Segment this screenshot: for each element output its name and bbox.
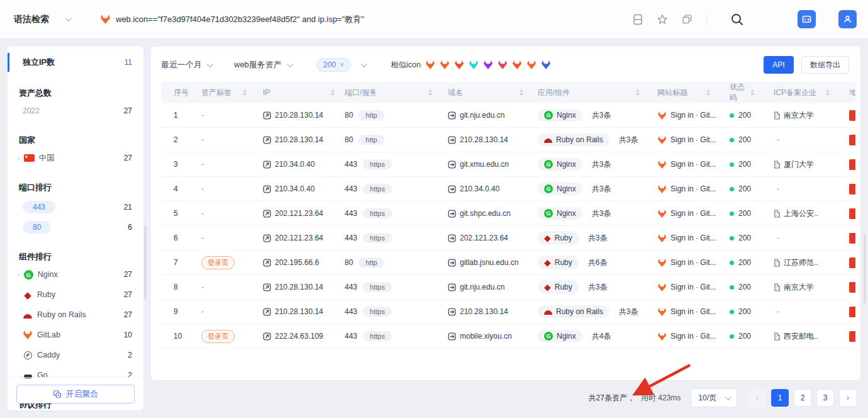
region-flag-thumbnail[interactable]: [849, 135, 855, 145]
gitlab-tanuki-icon[interactable]: [512, 60, 522, 70]
enable-aggregation-button[interactable]: 开启聚合: [16, 385, 135, 404]
domain-link-icon[interactable]: [448, 308, 456, 316]
chevron-down-icon[interactable]: [361, 61, 367, 67]
remove-tag-icon[interactable]: ×: [340, 60, 344, 69]
domain-name[interactable]: git.nju.edu.cn: [460, 111, 504, 120]
region-flag-thumbnail[interactable]: [849, 184, 855, 195]
port-number[interactable]: 443: [345, 332, 357, 341]
sort-icon[interactable]: [826, 89, 830, 96]
region-flag-thumbnail[interactable]: [849, 233, 855, 244]
open-link-icon[interactable]: [263, 332, 271, 341]
page-scrollbar[interactable]: [864, 234, 866, 303]
domain-link-icon[interactable]: [448, 210, 456, 218]
page-size-dropdown[interactable]: 10/页: [691, 388, 737, 407]
expand-arrow-icon[interactable]: ›: [18, 271, 20, 278]
site-title[interactable]: Sign in · Git...: [670, 209, 716, 218]
domain-name[interactable]: 210.34.0.40: [460, 184, 499, 193]
icp-company[interactable]: 上海公安..: [784, 208, 818, 219]
ip-address[interactable]: 202.195.66.6: [275, 258, 319, 267]
component-badge[interactable]: Ruby: [538, 280, 579, 294]
domain-name[interactable]: 210.28.130.14: [460, 135, 508, 144]
sidebar-item-gitlab[interactable]: GitLab 10: [8, 327, 143, 343]
port-number[interactable]: 80: [345, 135, 353, 144]
site-title[interactable]: Sign in · Git...: [670, 283, 716, 291]
search-mode-select[interactable]: 语法检索: [14, 14, 70, 25]
time-range-dropdown[interactable]: 最近一个月: [161, 59, 211, 71]
sidebar-item-port-443[interactable]: 443 21: [8, 199, 143, 215]
region-flag-thumbnail[interactable]: [849, 159, 855, 170]
component-badge[interactable]: Nginx: [538, 183, 582, 195]
table-row[interactable]: 9 - 210.28.130.14 443 https: [161, 300, 855, 324]
ip-address[interactable]: 210.28.130.14: [275, 111, 323, 120]
open-link-icon[interactable]: [263, 210, 271, 218]
port-number[interactable]: 443: [345, 160, 357, 169]
gitlab-tanuki-icon[interactable]: [469, 60, 479, 70]
table-row[interactable]: 8 - 210.28.130.14 443 https: [161, 275, 855, 300]
profile-button[interactable]: [838, 10, 857, 28]
site-title[interactable]: Sign in · Git...: [670, 160, 716, 169]
site-title[interactable]: Sign in · Git...: [670, 234, 716, 242]
component-badge[interactable]: Ruby: [538, 231, 579, 245]
component-badge[interactable]: Ruby on Rails: [538, 305, 609, 318]
ip-address[interactable]: 210.34.0.40: [275, 184, 314, 193]
open-link-icon[interactable]: [263, 136, 271, 144]
ip-address[interactable]: 210.28.130.14: [275, 283, 323, 291]
gitlab-tanuki-icon[interactable]: [425, 60, 435, 70]
sort-icon[interactable]: [428, 89, 432, 96]
page-number-button[interactable]: 3: [816, 389, 834, 407]
star-icon[interactable]: [657, 14, 668, 25]
notebook-icon[interactable]: [633, 14, 643, 25]
component-badge[interactable]: Nginx: [538, 158, 582, 171]
table-row[interactable]: 10 登录页 222.24.63.109 443 https: [161, 324, 855, 349]
table-row[interactable]: 2 - 210.28.130.14 80 http: [161, 128, 855, 152]
icp-company[interactable]: 西安邮电..: [784, 331, 818, 342]
sort-icon[interactable]: [636, 89, 640, 96]
domain-link-icon[interactable]: [448, 283, 456, 291]
sidebar-item-nginx[interactable]: › G Nginx 27: [8, 266, 143, 283]
domain-link-icon[interactable]: [448, 234, 456, 242]
region-flag-thumbnail[interactable]: [849, 110, 855, 121]
search-bar[interactable]: web.icon=="f7e3d97f404e71d302b3239eef48d…: [100, 14, 633, 25]
table-row[interactable]: 6 - 202.121.23.64 443 https: [161, 226, 855, 251]
domain-link-icon[interactable]: [448, 161, 456, 169]
domain-link-icon[interactable]: [448, 332, 456, 341]
page-number-button[interactable]: 1: [771, 389, 789, 407]
gitlab-tanuki-icon[interactable]: [483, 60, 493, 70]
table-row[interactable]: 7 登录页 202.195.66.6 80 http: [161, 251, 855, 275]
domain-link-icon[interactable]: [448, 111, 456, 120]
domain-link-icon[interactable]: [448, 185, 456, 193]
search-query-input[interactable]: web.icon=="f7e3d97f404e71d302b3239eef48d…: [116, 14, 364, 25]
open-link-icon[interactable]: [263, 185, 271, 193]
port-number[interactable]: 443: [345, 209, 357, 218]
component-badge[interactable]: Nginx: [538, 109, 582, 121]
site-title[interactable]: Sign in · Git...: [670, 184, 716, 193]
port-number[interactable]: 80: [345, 111, 353, 120]
port-number[interactable]: 443: [345, 184, 357, 193]
sidebar-item-port-80[interactable]: 80 6: [8, 219, 143, 235]
sidebar-item-independent-ip[interactable]: 独立IP数 11: [8, 53, 143, 72]
gitlab-tanuki-icon[interactable]: [440, 60, 450, 70]
ip-address[interactable]: 210.28.130.14: [275, 135, 323, 144]
asset-type-dropdown[interactable]: web服务资产: [234, 59, 291, 71]
port-number[interactable]: 80: [345, 258, 353, 267]
icp-company[interactable]: 南京大学: [784, 110, 814, 121]
ip-address[interactable]: 210.34.0.40: [275, 160, 314, 169]
search-icon[interactable]: [730, 12, 745, 27]
open-link-icon[interactable]: [263, 283, 271, 291]
sidebar-scrollbar[interactable]: [144, 225, 147, 300]
port-number[interactable]: 443: [345, 307, 357, 316]
site-title[interactable]: Sign in · Git...: [670, 258, 716, 267]
sidebar-item-https[interactable]: https 21: [8, 414, 143, 418]
idcard-button[interactable]: [798, 10, 816, 28]
sidebar-item-ruby-on-rails[interactable]: Ruby on Rails 27: [8, 307, 143, 323]
domain-name[interactable]: git.xmu.edu.cn: [460, 160, 509, 169]
open-link-icon[interactable]: [263, 161, 271, 169]
region-flag-thumbnail[interactable]: [849, 257, 855, 268]
port-number[interactable]: 443: [345, 283, 357, 291]
sidebar-item-china[interactable]: › 中国 27: [8, 150, 143, 166]
api-button[interactable]: API: [764, 56, 794, 74]
component-badge[interactable]: Ruby on Rails: [538, 133, 609, 146]
table-row[interactable]: 4 - 210.34.0.40 443 https: [161, 177, 855, 201]
region-flag-thumbnail[interactable]: [849, 208, 855, 219]
domain-link-icon[interactable]: [448, 136, 456, 144]
